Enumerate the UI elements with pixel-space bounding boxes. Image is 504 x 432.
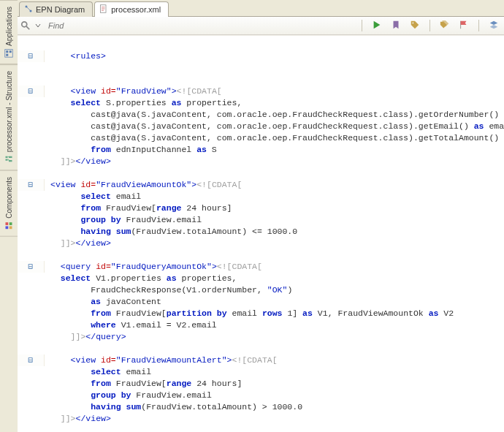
fold-toggle[interactable]: ⊟	[18, 179, 45, 191]
code-line[interactable]: ⊟ <view id="FraudViewAmountAlert"><![CDA…	[18, 355, 504, 366]
separator	[429, 20, 430, 31]
token-kw: having sum	[80, 227, 131, 236]
code-line[interactable]: where V1.email = V2.email	[18, 319, 504, 331]
code-line[interactable]: ]]></view>	[18, 413, 504, 425]
code-line-text[interactable]: select S.properties as properties,	[45, 97, 242, 109]
editor-scroll-viewport[interactable]: ⊟ <rules> ⊟ <view id="FraudView"><![CDAT…	[18, 35, 504, 432]
code-line-text[interactable]: select email	[45, 191, 141, 202]
code-line[interactable]: ⊟ <view id="FraudView"><![CDATA[	[18, 86, 504, 97]
token-ident: FraudView[	[101, 203, 156, 213]
layers-button[interactable]	[486, 18, 501, 33]
code-line-text[interactable]	[45, 39, 56, 50]
code-line-text[interactable]: cast@java(S.javaContent, com.oracle.oep.…	[45, 132, 504, 144]
code-line-text[interactable]	[45, 62, 56, 74]
code-line-text[interactable]: where V1.email = V2.email	[45, 319, 217, 331]
sidebar-tab-structure[interactable]: processor.xml - Structure	[0, 64, 18, 170]
code-line[interactable]	[18, 425, 504, 432]
code-line[interactable]: cast@java(S.javaContent, com.oracle.oep.…	[18, 109, 504, 121]
code-line[interactable]: group by FraudView.email	[18, 390, 504, 401]
code-line-text[interactable]: from FraudView[range 24 hours]	[45, 378, 242, 390]
code-line[interactable]: from ednInputChannel as S	[18, 144, 504, 156]
flag-button[interactable]	[457, 18, 471, 33]
code-line[interactable]	[18, 74, 504, 86]
code-line[interactable]: ⊟ <query id="FraudQueryAmountOk"><![CDAT…	[18, 261, 504, 273]
code-line-text[interactable]: <view id="FraudViewAmountOk"><![CDATA[	[45, 179, 242, 191]
code-line-text[interactable]: <rules>	[45, 50, 106, 62]
code-line[interactable]: ⊟<view id="FraudViewAmountOk"><![CDATA[	[18, 179, 504, 191]
tags-icon	[440, 20, 450, 31]
code-line-text[interactable]: group by FraudView.email	[45, 214, 202, 226]
code-line[interactable]: group by FraudView.email	[18, 214, 504, 226]
fold-toggle[interactable]: ⊟	[18, 261, 45, 273]
find-input[interactable]	[45, 20, 354, 31]
code-line-text[interactable]: as javaContent	[45, 296, 161, 308]
code-line-text[interactable]: having sum(FraudView.totalAmount) > 1000…	[45, 401, 302, 413]
code-line[interactable]: ]]></view>	[18, 156, 504, 167]
code-line[interactable]: select email	[18, 366, 504, 378]
code-line-text[interactable]: <view id="FraudViewAmountAlert"><![CDATA…	[45, 355, 278, 366]
diagram-icon	[24, 4, 33, 15]
token-tag: <rules>	[71, 51, 106, 61]
code-line[interactable]	[18, 343, 504, 355]
code-line[interactable]: select V1.properties as properties,	[18, 273, 504, 284]
sidebar-tab-components[interactable]: Components	[0, 170, 18, 237]
token-ident: ednInputChannel	[111, 145, 196, 154]
code-line-text[interactable]: from ednInputChannel as S	[45, 144, 217, 156]
code-line[interactable]: from FraudView[range 24 hours]	[18, 202, 504, 214]
code-line-text[interactable]: select V1.properties as properties,	[45, 273, 237, 284]
code-line-text[interactable]: ]]></view>	[45, 156, 111, 167]
code-line[interactable]: from FraudView[partition by email rows 1…	[18, 308, 504, 319]
run-button[interactable]	[370, 18, 384, 33]
code-line-text[interactable]: ]]></view>	[45, 238, 111, 249]
code-line[interactable]: from FraudView[range 24 hours]	[18, 378, 504, 390]
code-editor[interactable]: ⊟ <rules> ⊟ <view id="FraudView"><![CDAT…	[18, 36, 504, 432]
code-line[interactable]: cast@java(S.javaContent, com.oracle.oep.…	[18, 121, 504, 132]
code-line[interactable]: having sum(FraudView.totalAmount) <= 100…	[18, 226, 504, 238]
code-line-text[interactable]: having sum(FraudView.totalAmount) <= 100…	[45, 226, 297, 238]
code-line-text[interactable]	[45, 343, 56, 355]
code-line-text[interactable]	[45, 249, 56, 261]
token-kw: as	[167, 273, 177, 283]
code-line-text[interactable]: cast@java(S.javaContent, com.oracle.oep.…	[45, 109, 504, 121]
ide-root: Applications processor.xml - Structure C…	[0, 0, 504, 432]
fold-toggle[interactable]: ⊟	[18, 355, 45, 366]
code-line[interactable]: FraudCheckResponse(V1.orderNumber, "OK")	[18, 284, 504, 296]
code-line-text[interactable]	[45, 425, 56, 432]
code-line[interactable]: ⊟ <rules>	[18, 50, 504, 62]
code-line-text[interactable]	[45, 167, 56, 179]
sidebar-tab-applications[interactable]: Applications	[0, 0, 18, 64]
editor-tab-processor-xml[interactable]: processor.xml	[94, 1, 169, 17]
token-attr: id=	[101, 86, 116, 96]
code-line[interactable]	[18, 249, 504, 261]
code-line[interactable]	[18, 39, 504, 50]
code-line[interactable]: select email	[18, 191, 504, 202]
bookmark-button[interactable]	[389, 18, 403, 33]
code-line[interactable]: cast@java(S.javaContent, com.oracle.oep.…	[18, 132, 504, 144]
token-tag: <view	[71, 86, 101, 96]
token-ident: cast@java(S.javaContent, com.oracle.oep.…	[91, 133, 504, 143]
code-line[interactable]: ]]></query>	[18, 331, 504, 343]
code-line[interactable]: ]]></view>	[18, 238, 504, 249]
code-line-text[interactable]: <view id="FraudView"><![CDATA[	[45, 86, 222, 97]
code-line-text[interactable]: select email	[45, 366, 151, 378]
find-dropdown-arrow-icon[interactable]	[35, 21, 41, 30]
code-line[interactable]	[18, 62, 504, 74]
code-line[interactable]: as javaContent	[18, 296, 504, 308]
fold-toggle[interactable]: ⊟	[18, 86, 45, 97]
code-line-text[interactable]: ]]></view>	[45, 413, 111, 425]
fold-toggle[interactable]: ⊟	[18, 50, 45, 62]
code-line-text[interactable]: FraudCheckResponse(V1.orderNumber, "OK")	[45, 284, 292, 296]
code-line-text[interactable]: from FraudView[partition by email rows 1…	[45, 308, 454, 319]
code-line-text[interactable]: group by FraudView.email	[45, 390, 212, 401]
code-line-text[interactable]: <query id="FraudQueryAmountOk"><![CDATA[	[45, 261, 262, 273]
code-line[interactable]: having sum(FraudView.totalAmount) > 1000…	[18, 401, 504, 413]
code-line-text[interactable]	[45, 74, 56, 86]
tags-button[interactable]	[438, 18, 452, 33]
code-line[interactable]: select S.properties as properties,	[18, 97, 504, 109]
code-line-text[interactable]: ]]></query>	[45, 331, 126, 343]
code-line-text[interactable]: cast@java(S.javaContent, com.oracle.oep.…	[45, 121, 504, 132]
editor-tab-epn-diagram[interactable]: EPN Diagram	[19, 1, 93, 17]
code-line-text[interactable]: from FraudView[range 24 hours]	[45, 202, 232, 214]
tag-button[interactable]	[408, 18, 422, 33]
code-line[interactable]	[18, 167, 504, 179]
